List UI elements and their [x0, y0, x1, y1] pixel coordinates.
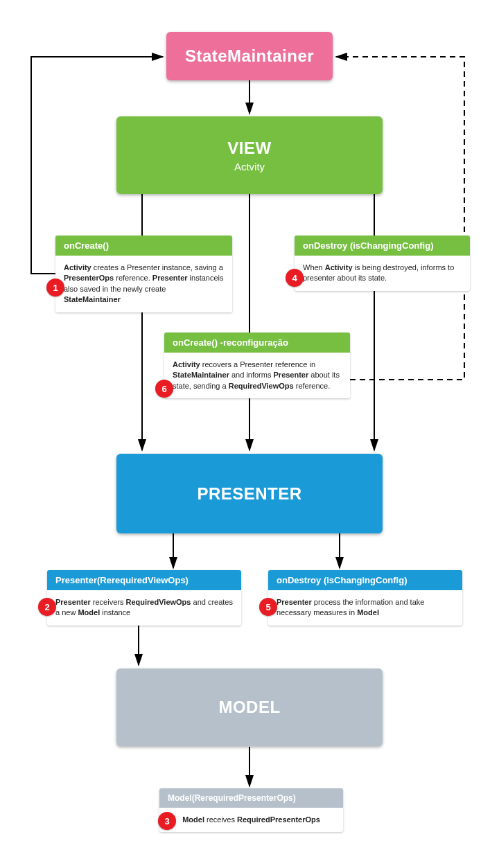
ondestroy-presenter-card: onDestroy (isChangingConfig) Presenter p…	[268, 570, 462, 626]
presenter-ctor-header: Presenter(RerequiredViewOps)	[47, 570, 241, 590]
presenter-ctor-card: Presenter(RerequiredViewOps) Presenter r…	[47, 570, 241, 626]
badge-1: 1	[46, 278, 64, 296]
view-block: VIEW Actvity	[116, 116, 383, 194]
presenter-block: PRESENTER	[116, 454, 383, 533]
oncreate-reconfig-header: onCreate() -reconfiguração	[164, 333, 350, 353]
badge-3: 3	[158, 812, 176, 830]
ondestroy-view-header: onDestroy (isChangingConfig)	[295, 236, 470, 256]
model-ctor-header: Model(RerequiredPresenterOps)	[159, 788, 343, 808]
state-maintainer-block: StateMaintainer	[166, 32, 333, 80]
badge-4: 4	[286, 269, 304, 287]
badge-2: 2	[38, 598, 56, 616]
oncreate-card: onCreate() Activity creates a Presenter …	[55, 236, 232, 312]
view-subtitle: Actvity	[234, 161, 265, 172]
ondestroy-presenter-header: onDestroy (isChangingConfig)	[268, 570, 462, 590]
model-ctor-body: Model receives RequiredPresenterOps	[159, 808, 343, 832]
model-block: MODEL	[116, 668, 383, 746]
oncreate-header: onCreate()	[55, 236, 232, 256]
ondestroy-presenter-body: Presenter process the information and ta…	[268, 590, 462, 626]
ondestroy-view-body: When Activity is being destroyed, inform…	[295, 256, 470, 291]
state-maintainer-title: StateMaintainer	[185, 46, 314, 66]
view-title: VIEW	[227, 139, 271, 158]
model-ctor-card: Model(RerequiredPresenterOps) Model rece…	[159, 788, 343, 832]
badge-5: 5	[259, 598, 277, 616]
presenter-ctor-body: Presenter receivers RequiredViewOps and …	[47, 590, 241, 626]
model-title: MODEL	[218, 698, 280, 717]
diagram-canvas: StateMaintainer VIEW Actvity onCreate() …	[0, 0, 499, 868]
badge-6: 6	[155, 380, 173, 398]
presenter-title: PRESENTER	[197, 484, 301, 504]
oncreate-reconfig-body: Activity recovers a Presenter reference …	[164, 353, 350, 398]
oncreate-reconfig-card: onCreate() -reconfiguração Activity reco…	[164, 333, 350, 398]
oncreate-body: Activity creates a Presenter instance, s…	[55, 256, 232, 312]
ondestroy-view-card: onDestroy (isChangingConfig) When Activi…	[295, 236, 470, 291]
